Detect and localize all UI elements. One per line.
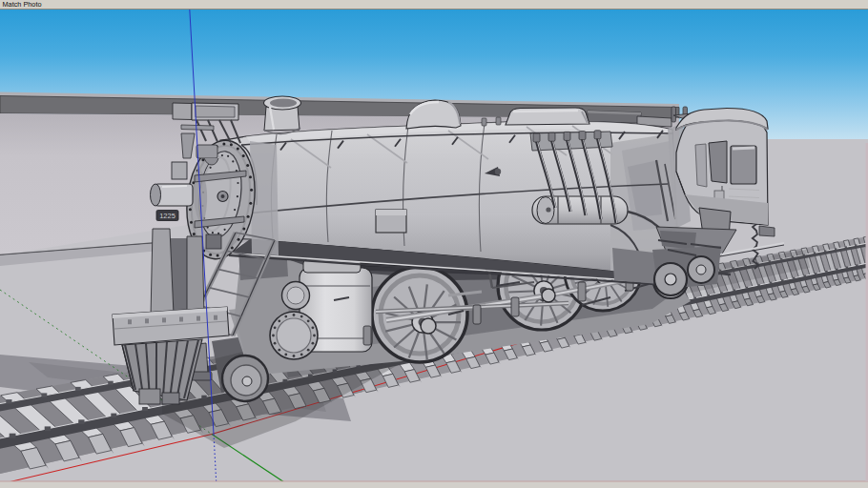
svg-text:Match Photo: Match Photo [3, 0, 42, 9]
svg-text:1225: 1225 [159, 212, 176, 220]
